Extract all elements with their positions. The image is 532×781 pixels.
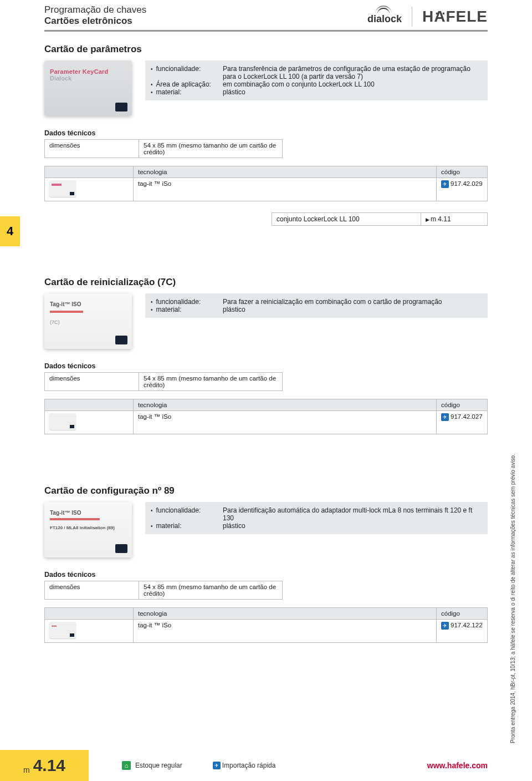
chapter-tab: 4 [0, 216, 20, 246]
logo-separator [412, 7, 412, 27]
legend-import: Importação rápida [213, 762, 276, 770]
page-number-box: m 4.14 [0, 750, 89, 781]
product-table-1: tecnologiacódigo tag-it ™ iSo917.42.029 [44, 166, 488, 201]
copyright-vertical: Pronta entrega 2014, hBr-pt, 10/13; a hä… [510, 388, 516, 743]
product-card-image-1: Parameter KeyCard Dialock [44, 60, 132, 116]
page-header: Programação de chaves Cartões eletrônico… [44, 4, 488, 32]
thumbnail-2 [49, 413, 76, 430]
section-title-3: Cartão de configuração nº 89 [44, 485, 488, 496]
import-icon [441, 622, 449, 630]
section-title-2: Cartão de reinicialização (7C) [44, 277, 488, 288]
section-title-1: Cartão de parâmetros [44, 44, 488, 55]
tech-table-1: dimensões54 x 85 mm (mesmo tamanho de um… [44, 139, 283, 158]
thumbnail-1 [49, 180, 76, 197]
tech-table-3: dimensões54 x 85 mm (mesmo tamanho de um… [44, 581, 283, 600]
product-card-image-3: Tag-it™ ISO FT120 / MLA8 initialisation … [44, 502, 132, 557]
thumbnail-3: ■■■ [49, 622, 76, 638]
tech-table-2: dimensões54 x 85 mm (mesmo tamanho de um… [44, 372, 283, 391]
footer-url[interactable]: www.hafele.com [427, 761, 488, 770]
tech-title-3: Dados técnicos [44, 571, 488, 579]
tech-title-2: Dados técnicos [44, 362, 488, 370]
product-table-3: tecnologiacódigo ■■■tag-it ™ iSo917.42.1… [44, 607, 488, 643]
legend-stock: Estoque regular [122, 761, 182, 770]
arrow-icon [426, 215, 431, 223]
header-title: Programação de chaves [44, 4, 146, 16]
import-icon [441, 180, 449, 188]
hafele-logo: HAFELE [422, 8, 488, 26]
info-box-2: funcionalidade:Para fazer a reinicializa… [145, 293, 488, 318]
product-card-image-2: Tag-it™ ISO (7C) [44, 293, 132, 349]
import-icon [213, 762, 221, 769]
info-box-3: funcionalidade:Para identificação automá… [145, 502, 488, 534]
product-table-2: tecnologiacódigo tag-it ™ iSo917.42.027 [44, 399, 488, 434]
page-footer: m 4.14 Estoque regular Importação rápida… [0, 750, 532, 781]
tech-title-1: Dados técnicos [44, 129, 488, 137]
import-icon [441, 413, 449, 421]
info-box-1: funcionalidade:Para transferência de par… [145, 60, 488, 100]
cross-reference-1: conjunto LockerLock LL 100 m 4.11 [272, 212, 488, 226]
dialock-logo: dialock [367, 9, 402, 25]
stock-icon [122, 761, 131, 770]
header-subtitle: Cartões eletrônicos [44, 16, 146, 27]
